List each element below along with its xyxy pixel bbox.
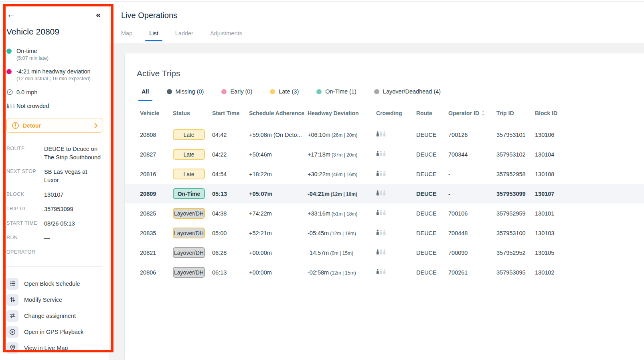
trip-row[interactable]: 20821 Layover/DH 06:28 +00:00m -14:57m(0… xyxy=(125,243,644,262)
crowding-people-icon xyxy=(376,151,416,158)
crowding-people-icon xyxy=(376,171,416,177)
route-cell: DEUCE xyxy=(416,151,448,158)
gps-playback-button[interactable]: Open in GPS Playback xyxy=(6,325,103,338)
operator-cell: 700126 xyxy=(448,132,496,138)
speed-value: 0.0 mph xyxy=(16,89,37,96)
ontime-status-dot xyxy=(6,49,12,54)
modify-service-icon xyxy=(6,294,18,306)
route-cell: DEUCE xyxy=(416,132,448,138)
open-block-schedule-button[interactable]: Open Block Schedule xyxy=(6,277,103,290)
block-id-cell: 130104 xyxy=(535,151,644,158)
adherence-cell: +00:00m xyxy=(249,250,308,256)
tab-list[interactable]: List xyxy=(145,30,162,41)
operator-cell: - xyxy=(448,191,496,197)
filter-late[interactable]: Late (3) xyxy=(270,88,299,101)
start-time-cell: 06:28 xyxy=(212,250,249,256)
trip-row[interactable]: 20825 Layover/DH 04:38 +74:22m +33:16m(5… xyxy=(125,203,644,223)
headway-detail: (12m | 18m) xyxy=(330,231,356,236)
route-cell: DEUCE xyxy=(416,210,448,217)
change-assignment-icon xyxy=(6,310,18,322)
collapse-panel-icon[interactable]: « xyxy=(96,10,101,18)
block-id-cell: 130106 xyxy=(535,132,644,138)
layover-dot xyxy=(374,89,379,94)
status-badge: Late xyxy=(173,149,205,160)
headway-status-dot xyxy=(6,69,12,74)
crowding-people-icon xyxy=(376,269,416,276)
trip-id-cell: 357952959 xyxy=(496,210,535,217)
tab-ladder[interactable]: Ladder xyxy=(171,30,197,41)
filter-missing[interactable]: Missing (0) xyxy=(167,88,204,101)
detail-label-start-time: START TIME xyxy=(6,220,44,228)
missing-dot xyxy=(167,89,172,94)
trip-row[interactable]: 20816 Late 04:54 +18:22m +30:22m(46m | 1… xyxy=(125,164,644,184)
detail-label-run: RUN xyxy=(6,234,44,242)
filter-all[interactable]: All xyxy=(142,88,149,101)
vehicle-cell: 20809 xyxy=(140,191,173,197)
detour-button[interactable]: Detour xyxy=(6,118,103,133)
trip-row[interactable]: 20827 Late 04:22 +50:46m +17:18m(37m | 2… xyxy=(125,144,644,164)
chevron-right-icon xyxy=(94,123,98,128)
col-operator-id[interactable]: Operator ID xyxy=(448,110,496,116)
col-trip-id: Trip ID xyxy=(496,110,535,116)
status-badge: Layover/DH xyxy=(173,267,205,278)
block-id-cell: 130108 xyxy=(535,171,644,177)
status-badge: Layover/DH xyxy=(173,247,205,258)
headway-cell: -02:58m xyxy=(308,269,329,276)
active-trips-title: Active Trips xyxy=(137,69,644,78)
filter-label: All xyxy=(142,88,149,95)
modify-service-button[interactable]: Modify Service xyxy=(6,293,103,306)
col-status: Status xyxy=(173,110,212,116)
filter-layover[interactable]: Layover/Deadhead (4) xyxy=(374,88,441,101)
operator-cell: - xyxy=(448,171,496,177)
adherence-cell: +18:22m xyxy=(249,171,308,177)
headway-detail: (12m | 16m) xyxy=(331,191,357,197)
col-start-time: Start Time xyxy=(212,110,249,116)
trip-row[interactable]: 20806 Layover/DH 06:13 +00:00m -02:58m(1… xyxy=(125,262,644,282)
block-id-cell: 130103 xyxy=(535,230,644,236)
vehicle-cell: 20816 xyxy=(140,171,173,177)
status-badge: Late xyxy=(173,169,205,179)
status-badge: Layover/DH xyxy=(173,208,205,219)
headway-detail: (12m | 15m) xyxy=(330,270,356,276)
route-cell: DEUCE xyxy=(416,191,448,197)
status-badge: Layover/DH xyxy=(173,228,205,238)
adherence-cell: +50:46m xyxy=(249,151,308,158)
tab-adjustments[interactable]: Adjustments xyxy=(206,30,246,41)
filter-label: On-Time (1) xyxy=(325,88,356,95)
operator-cell: 700090 xyxy=(448,250,496,256)
adherence-cell: +00:00m xyxy=(249,269,308,276)
detail-value-operator: — xyxy=(44,248,103,257)
block-id-cell: 130101 xyxy=(535,210,644,217)
filter-label: Early (0) xyxy=(230,88,252,95)
change-assignment-button[interactable]: Change assignment xyxy=(6,309,103,322)
window-top-border xyxy=(0,1,644,2)
col-crowding: Crowding xyxy=(376,110,416,116)
start-time-cell: 05:00 xyxy=(212,230,249,236)
trip-id-cell: 357953101 xyxy=(496,132,535,138)
status-badge: On-Time xyxy=(173,188,205,199)
back-arrow-icon[interactable]: ← xyxy=(6,10,16,19)
tab-map[interactable]: Map xyxy=(117,30,136,41)
page-title: Live Operations xyxy=(121,11,177,20)
trip-id-cell: 357953100 xyxy=(496,230,535,236)
view-live-map-button[interactable]: View in Live Map xyxy=(6,341,103,354)
trip-row[interactable]: 20835 Layover/DH 05:00 +52:21m -05:45m(1… xyxy=(125,223,644,243)
start-time-cell: 04:54 xyxy=(212,171,249,177)
action-label: Modify Service xyxy=(24,297,62,303)
filter-ontime[interactable]: On-Time (1) xyxy=(316,88,356,101)
detail-value-start-time: 08/26 05:13 xyxy=(44,220,103,228)
vehicle-title: Vehicle 20809 xyxy=(6,27,103,37)
vehicle-cell: 20825 xyxy=(140,210,173,217)
filter-early[interactable]: Early (0) xyxy=(221,88,252,101)
col-vehicle: Vehicle xyxy=(140,110,173,116)
action-label: View in Live Map xyxy=(24,345,68,351)
trip-row[interactable]: 20808 Late 04:42 +59:08m (On Deto... +06… xyxy=(125,125,644,144)
detail-label-route: ROUTE xyxy=(6,145,44,162)
adherence-cell: +59:08m (On Deto... xyxy=(249,132,308,138)
route-cell: DEUCE xyxy=(416,171,448,177)
trip-row-selected[interactable]: 20809 On-Time 05:13 +05:07m -04:21m(12m … xyxy=(125,184,644,203)
vehicle-details-panel: ← « Vehicle 20809 On-time (5:07 min late… xyxy=(0,2,110,360)
sort-icon[interactable] xyxy=(482,111,485,116)
headway-detail: (51m | 18m) xyxy=(332,211,357,217)
action-label: Open Block Schedule xyxy=(24,281,80,287)
